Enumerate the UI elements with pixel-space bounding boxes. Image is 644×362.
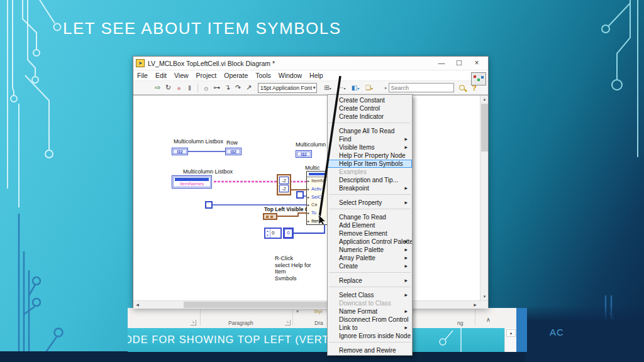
pause-icon[interactable]: ‖ (184, 84, 195, 92)
run-continuously-icon[interactable]: ↻ (163, 84, 174, 92)
menu-item-application-control-palette[interactable]: Application Control Palette (328, 238, 412, 246)
menu-item-description-and-tip[interactable]: Description and Tip... (328, 176, 412, 184)
menu-item-add-element[interactable]: Add Element (328, 221, 412, 229)
font-selector[interactable]: 15pt Application Font ▼ (258, 83, 317, 93)
property-node-class-glyph (307, 172, 327, 177)
search-dropdown-icon[interactable]: ▸ (385, 85, 387, 90)
dialog-launcher-icon[interactable]: ↘ (285, 320, 291, 326)
search-area: ▸ ? (385, 83, 477, 92)
free-label-note: R-Click select Help for Item Symbols (275, 255, 323, 280)
i32-terminal[interactable]: I32 (172, 148, 188, 155)
property-row-itemsymbols[interactable]: ItemS (307, 217, 327, 225)
menu-item-name-format[interactable]: Name Format (328, 307, 412, 315)
i32-terminal-row[interactable]: I32 (225, 148, 242, 155)
step-into-icon[interactable]: ↴ (222, 84, 233, 92)
menu-item-replace[interactable]: Replace (328, 277, 412, 285)
run-icon[interactable]: ⇨ (152, 84, 163, 92)
property-row-active[interactable]: Activ (307, 185, 327, 194)
menu-item-find[interactable]: Find (328, 135, 412, 143)
minimize-button[interactable]: — (433, 58, 450, 69)
menu-item-array-palette[interactable]: Array Palette (328, 254, 412, 262)
menu-view[interactable]: View (174, 72, 189, 79)
multicolumn-listbox-terminal[interactable]: ItemNames (172, 175, 212, 189)
dialog-launcher-icon[interactable]: ↘ (191, 320, 196, 326)
menu-item-link-to[interactable]: Link to (328, 324, 412, 332)
distribute-objects-icon[interactable]: ⋯▾ (335, 84, 348, 91)
property-row-topleft[interactable]: To (307, 209, 327, 217)
abort-icon[interactable]: ● (174, 84, 184, 92)
label-multicolumn-listbox-top: Multicolumn Listbox (174, 138, 223, 145)
group-divider (292, 309, 293, 326)
step-over-icon[interactable]: ↷ (233, 84, 243, 92)
search-icon[interactable] (459, 85, 465, 90)
property-row-cell[interactable]: Ce (307, 201, 327, 209)
menu-item-remove-and-rewire[interactable]: Remove and Rewire (328, 346, 412, 354)
menu-operate[interactable]: Operate (224, 72, 248, 79)
reorder-icon[interactable]: ❏▾ (362, 84, 376, 91)
numeric-control[interactable]: ▲▼ 0 (264, 228, 282, 239)
block-diagram[interactable]: Multicolumn Listbox I32 Row I32 Multicol… (133, 95, 488, 300)
menu-item-breakpoint[interactable]: Breakpoint (328, 184, 412, 192)
author-initials: AC (550, 327, 564, 337)
increment-decrement-icon[interactable]: ▲▼ (265, 229, 270, 238)
scrollbar-thumb[interactable] (481, 104, 488, 151)
i32-terminal-right[interactable]: I32 (296, 150, 312, 158)
menu-window[interactable]: Window (279, 72, 302, 79)
collapse-ribbon-icon[interactable]: ∧ (486, 316, 491, 323)
itemnames-label: ItemNames (172, 181, 211, 187)
menu-item-select-property[interactable]: Select Property (328, 199, 412, 207)
scroll-right-icon[interactable]: ▶ (471, 301, 479, 309)
scroll-down-icon[interactable]: ▼ (480, 293, 488, 300)
menu-item-change-to-read[interactable]: Change To Read (328, 213, 412, 221)
menu-item-visible-items[interactable]: Visible Items (328, 143, 412, 151)
menu-help[interactable]: Help (309, 72, 323, 79)
scroll-left-icon[interactable]: ◀ (133, 301, 142, 309)
close-button[interactable]: × (468, 58, 486, 69)
top-left-visible-cell-terminal[interactable] (263, 213, 277, 220)
scroll-up-icon[interactable]: ▲ (480, 96, 488, 104)
ribbon-group-editing: ng (457, 320, 463, 326)
slide-title: LET SEE ABOUT ITEM SYMBOLS (63, 19, 341, 38)
cluster-constant[interactable]: -2 -2 (277, 174, 291, 195)
align-objects-icon[interactable]: ⊞▾ (321, 84, 335, 91)
menu-tools[interactable]: Tools (255, 72, 271, 79)
menu-separator (329, 272, 411, 273)
horizontal-scrollbar[interactable]: ◀ ▶ (133, 300, 488, 309)
empty-constant[interactable] (296, 191, 304, 199)
chevron-down-icon: ▼ (312, 85, 316, 90)
menu-item-change-all-to-read[interactable]: Change All To Read (328, 127, 412, 135)
menu-item-numeric-palette[interactable]: Numeric Palette (328, 246, 412, 254)
menu-item-select-class[interactable]: Select Class (328, 291, 412, 299)
vertical-scrollbar[interactable]: ▲ ▼ (480, 96, 488, 300)
menu-item-create-control[interactable]: Create Control (328, 104, 412, 112)
mini-scrollbar[interactable]: ▲ (504, 328, 517, 352)
empty-constant[interactable] (205, 201, 213, 209)
resize-objects-icon[interactable]: ◧▾ (348, 84, 362, 91)
maximize-button[interactable]: ☐ (450, 58, 468, 69)
highlight-execution-icon[interactable]: ☼ (201, 84, 211, 92)
numeric-terminal[interactable]: 0 (283, 228, 294, 239)
scroll-up-icon[interactable]: ▲ (506, 329, 516, 337)
retain-wire-values-icon[interactable]: ⊶ (211, 84, 222, 92)
menu-item-create-indicator[interactable]: Create Indicator (328, 112, 412, 121)
menu-file[interactable]: File (137, 72, 148, 79)
menu-item-help-for-item-symbols[interactable]: Help For Item Symbols (328, 160, 412, 168)
menu-item-disconnect-from-control[interactable]: Disconnect From Control (328, 315, 412, 324)
menu-item-ignore-errors-inside-node[interactable]: Ignore Errors inside Node (328, 332, 412, 340)
property-row-itemnames[interactable]: ItemN (307, 177, 327, 185)
menu-item-remove-element[interactable]: Remove Element (328, 229, 412, 238)
menu-item-create-constant[interactable]: Create Constant (328, 96, 412, 104)
property-row-selcolor[interactable]: SelC (307, 194, 327, 202)
label-multicolumn-listbox-mid: Multicolumn Listbox (183, 168, 233, 175)
panel-preview-icon[interactable] (471, 72, 486, 85)
step-out-icon[interactable]: ↗ (243, 84, 254, 92)
menu-project[interactable]: Project (196, 72, 217, 79)
group-divider (200, 309, 201, 326)
menu-item-create[interactable]: Create (328, 262, 412, 270)
menu-edit[interactable]: Edit (155, 72, 167, 79)
titlebar[interactable]: ➤ LV_MCLBox TopLeftCell.vi Block Diagram… (133, 57, 488, 70)
menu-item-help-for-property-node[interactable]: Help For Property Node (328, 151, 412, 160)
label-row: Row (226, 140, 238, 146)
property-node[interactable]: ItemN Activ SelC Ce To ItemS (306, 171, 328, 225)
search-input[interactable] (389, 83, 454, 92)
